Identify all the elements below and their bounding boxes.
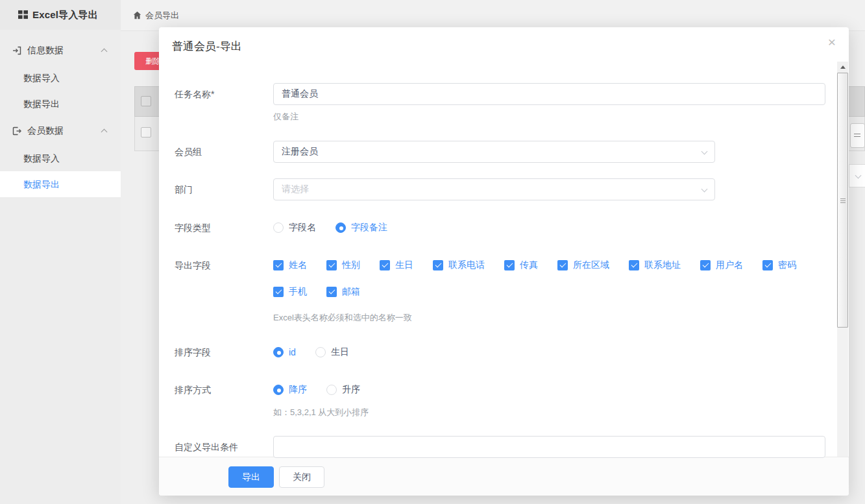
sort-order-radio[interactable]: 降序 — [273, 384, 307, 396]
export-field-checkbox[interactable]: 手机 — [273, 286, 307, 298]
checkbox-label: 姓名 — [289, 259, 307, 271]
sort-field-label: 排序字段 — [175, 341, 273, 363]
chevron-down-icon — [855, 173, 862, 179]
export-field-checkbox[interactable]: 联系地址 — [629, 259, 681, 271]
modal-footer: 导出 关闭 — [159, 457, 849, 496]
member-group-value: 注册会员 — [282, 146, 318, 158]
department-select[interactable]: 请选择 — [273, 178, 715, 200]
sidebar-item[interactable]: 数据导出 — [0, 171, 121, 197]
sort-field-radio[interactable]: id — [273, 347, 296, 357]
radio-label: 降序 — [289, 384, 307, 396]
checkbox-checked-icon — [504, 260, 515, 270]
sidebar-group-member-data[interactable]: 会员数据 — [0, 117, 121, 145]
chevron-down-icon — [701, 149, 708, 155]
export-fields-row: 导出字段 姓名 性别 生日 联 — [159, 254, 796, 276]
sidebar-menu: 信息数据 数据导入 数据导出 会员数据 — [0, 30, 121, 197]
close-button[interactable]: 关闭 — [279, 466, 324, 488]
modal-title: 普通会员-导出 — [172, 39, 242, 54]
export-field-checkbox[interactable]: 联系电话 — [433, 259, 485, 271]
checkbox-label: 手机 — [289, 286, 307, 298]
scroll-up-arrow[interactable] — [837, 62, 848, 73]
radio-label: 生日 — [331, 346, 349, 358]
checkbox-label: 性别 — [342, 259, 360, 271]
chevron-down-icon — [701, 186, 708, 193]
radio-label: id — [289, 347, 296, 357]
department-label: 部门 — [175, 178, 273, 200]
checkbox-checked-icon — [557, 260, 568, 270]
sort-order-hint: 如：5,3,2,1 从大到小排序 — [273, 406, 369, 419]
export-modal: 普通会员-导出 × 任务名称* 仅备注 会员组 注册会员 部门 请选择 字段类型 — [159, 27, 849, 496]
row-checkbox[interactable] — [141, 127, 151, 138]
radio-label: 升序 — [342, 384, 360, 396]
checkbox-label: 用户名 — [716, 259, 743, 271]
field-type-radio[interactable]: 字段备注 — [335, 222, 387, 234]
member-group-select[interactable]: 注册会员 — [273, 141, 715, 163]
task-name-input[interactable] — [273, 83, 825, 105]
export-field-checkbox[interactable]: 生日 — [380, 259, 413, 271]
member-group-label: 会员组 — [175, 141, 273, 163]
checkbox-label: 传真 — [520, 259, 538, 271]
member-group-row: 会员组 注册会员 — [159, 141, 715, 163]
sort-field-row: 排序字段 id 生日 — [159, 341, 349, 363]
export-button[interactable]: 导出 — [228, 466, 274, 488]
export-field-checkbox[interactable]: 姓名 — [273, 259, 307, 271]
chevron-up-icon — [101, 49, 108, 55]
breadcrumb-label: 会员导出 — [145, 10, 179, 21]
sort-field-radio[interactable]: 生日 — [315, 346, 349, 358]
row-action-button[interactable] — [850, 123, 865, 148]
export-field-checkbox[interactable]: 性别 — [326, 259, 360, 271]
checkbox-checked-icon — [433, 260, 443, 270]
sidebar-item-label: 数据导入 — [23, 153, 60, 163]
radio-icon — [273, 222, 284, 233]
sidebar-item[interactable]: 数据导入 — [0, 145, 121, 171]
custom-condition-input[interactable] — [273, 436, 825, 458]
modal-scrollbar[interactable] — [837, 62, 848, 495]
radio-icon — [315, 347, 326, 357]
radio-icon — [273, 385, 284, 395]
export-field-checkbox[interactable]: 所在区域 — [557, 259, 609, 271]
field-type-radio[interactable]: 字段名 — [273, 222, 316, 234]
checkbox-checked-icon — [700, 260, 711, 270]
radio-label: 字段名 — [289, 222, 316, 234]
export-fields-hint: Excel表头名称必须和选中的名称一致 — [273, 311, 412, 324]
sidebar-group-info-items: 数据导入 数据导出 — [0, 65, 121, 117]
radio-icon — [335, 222, 346, 233]
sort-order-label: 排序方式 — [175, 379, 273, 401]
sidebar-item[interactable]: 数据导出 — [0, 91, 121, 117]
checkbox-checked-icon — [326, 287, 337, 297]
breadcrumb: 会员导出 — [121, 0, 865, 31]
sidebar-group-label: 会员数据 — [27, 125, 64, 137]
radio-icon — [273, 347, 284, 357]
checkbox-checked-icon — [380, 260, 390, 270]
chevron-up-icon — [101, 129, 108, 136]
field-type-label: 字段类型 — [175, 217, 273, 239]
field-type-row: 字段类型 字段名 字段备注 — [159, 217, 387, 239]
department-placeholder: 请选择 — [282, 184, 309, 195]
checkbox-checked-icon — [273, 260, 284, 270]
sidebar-item[interactable]: 数据导入 — [0, 65, 121, 91]
department-row: 部门 请选择 — [159, 178, 715, 200]
export-icon — [12, 126, 22, 136]
export-field-checkbox[interactable]: 传真 — [504, 259, 538, 271]
sort-order-radio[interactable]: 升序 — [326, 384, 360, 396]
grid-logo-icon — [18, 10, 29, 20]
sidebar: Excel导入导出 信息数据 数据导入 数据导出 — [0, 0, 121, 504]
close-icon[interactable]: × — [828, 35, 836, 49]
export-field-checkbox[interactable]: 密码 — [762, 259, 796, 271]
custom-condition-label: 自定义导出条件 — [175, 436, 273, 458]
export-fields-label: 导出字段 — [175, 254, 273, 276]
radio-label: 字段备注 — [351, 222, 387, 234]
checkbox-label: 邮箱 — [342, 286, 360, 298]
scrollbar-thumb[interactable] — [837, 73, 848, 328]
export-field-checkbox[interactable]: 邮箱 — [326, 286, 360, 298]
sort-order-row: 排序方式 降序 升序 — [159, 379, 360, 401]
task-name-label: 任务名称* — [175, 83, 273, 105]
checkbox-label: 联系电话 — [448, 259, 485, 271]
home-icon[interactable] — [133, 11, 141, 19]
page-size-select[interactable] — [849, 164, 865, 187]
export-field-checkbox[interactable]: 用户名 — [700, 259, 743, 271]
app-title: Excel导入导出 — [32, 9, 98, 21]
checkbox-checked-icon — [273, 287, 284, 297]
sidebar-group-info-data[interactable]: 信息数据 — [0, 36, 121, 65]
select-all-checkbox[interactable] — [141, 96, 151, 106]
